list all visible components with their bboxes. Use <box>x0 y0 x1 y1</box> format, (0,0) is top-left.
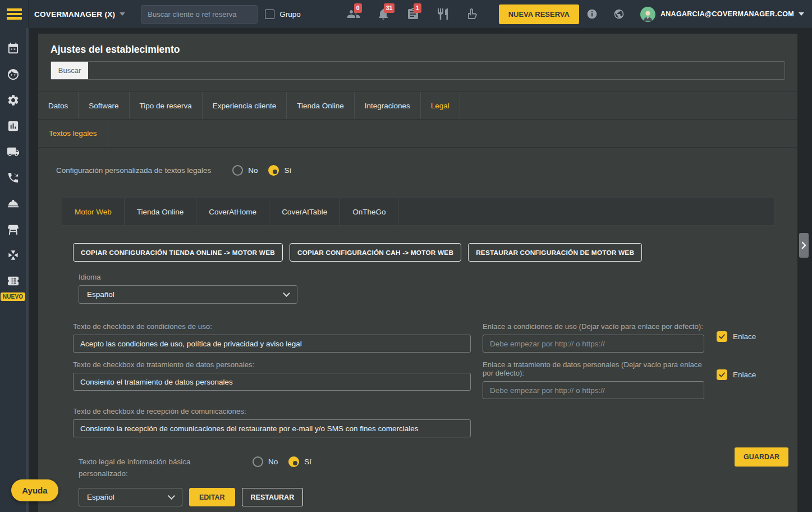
nuevo-badge: NUEVO <box>1 292 26 301</box>
conditions-text-input[interactable] <box>73 335 471 353</box>
client-search-input[interactable] <box>141 5 258 24</box>
checkbox-checked-icon[interactable] <box>717 369 727 380</box>
basic-info-label: Texto legal de información básica person… <box>79 456 205 479</box>
table-icon <box>7 223 20 236</box>
idioma-block: Idioma Español <box>79 273 797 304</box>
checkbox-checked-icon[interactable] <box>717 331 727 342</box>
legal-subtabs: Textos legales <box>38 120 797 148</box>
info-button[interactable] <box>586 8 598 20</box>
communications-row: Texto de checkbox de recepción de comuni… <box>73 407 797 437</box>
conditions-enlace-checkbox-group[interactable]: Enlace <box>717 331 756 342</box>
personal-data-enlace-label: Enlace <box>733 371 756 379</box>
basic-info-language-value: Español <box>87 493 114 501</box>
editar-button[interactable]: EDITAR <box>189 488 235 506</box>
tab-datos[interactable]: Datos <box>38 92 79 119</box>
conditions-link-input[interactable] <box>483 335 704 353</box>
sidebar-item-calendar[interactable] <box>0 35 26 61</box>
user-account-menu[interactable]: ANAGARCIA@COVERMANAGER.COM <box>660 10 812 18</box>
tab-software[interactable]: Software <box>79 92 129 119</box>
nueva-reserva-button[interactable]: NUEVA RESERVA <box>499 4 579 24</box>
settings-search-input[interactable] <box>88 62 785 79</box>
sidebar-item-room-service[interactable] <box>0 190 26 216</box>
panel-collapse-toggle[interactable] <box>799 233 809 258</box>
top-navigation-bar: COVERMANAGER (X) Grupo 0 31 1 NUEVA RESE… <box>0 0 812 28</box>
radio-unselected-icon[interactable] <box>253 456 263 467</box>
restaurant-button[interactable] <box>436 7 449 21</box>
grupo-label: Grupo <box>279 10 301 19</box>
basic-info-controls: Español EDITAR RESTAURAR <box>79 488 797 506</box>
phone-icon <box>7 171 20 184</box>
sidebar-item-cross-selling[interactable] <box>0 242 26 268</box>
sidebar-item-callcenter[interactable] <box>0 164 26 190</box>
sidebar-item-customers[interactable] <box>0 61 26 87</box>
conditions-enlace-label: Enlace <box>733 332 756 341</box>
personal-data-text-input[interactable] <box>73 373 471 391</box>
copy-tienda-online-button[interactable]: COPIAR CONFIGURACIÓN TIENDA ONLINE -> MO… <box>73 243 283 262</box>
sidebar-item-tables[interactable] <box>0 216 26 242</box>
chevron-down-icon <box>168 492 175 500</box>
channel-tab-tienda-online[interactable]: Tienda Online <box>125 198 197 225</box>
brand-label: COVERMANAGER (X) <box>34 10 115 19</box>
basic-info-language-select[interactable]: Español <box>79 488 182 506</box>
channel-tab-coverathome[interactable]: CoverAtHome <box>196 198 269 225</box>
user-email: ANAGARCIA@COVERMANAGER.COM <box>660 10 794 18</box>
hand-icon <box>466 7 479 21</box>
channel-tab-onthego[interactable]: OnTheGo <box>340 198 398 225</box>
sidebar-item-settings[interactable] <box>0 87 26 113</box>
copy-config-actions: COPIAR CONFIGURACIÓN TIENDA ONLINE -> MO… <box>73 243 797 262</box>
restore-config-button[interactable]: RESTAURAR CONFIGURACIÓN DE MOTOR WEB <box>468 243 642 262</box>
grupo-checkbox[interactable] <box>265 10 274 19</box>
subtab-textos-legales[interactable]: Textos legales <box>38 120 108 147</box>
tab-tipo-de-reserva[interactable]: Tipo de reserva <box>130 92 203 119</box>
custom-config-radio-si[interactable]: Sí <box>268 165 291 176</box>
tab-experiencia-cliente[interactable]: Experiencia cliente <box>203 92 287 119</box>
user-avatar[interactable] <box>640 7 655 22</box>
cross-selling-icon <box>7 249 20 262</box>
notifications-button[interactable]: 31 <box>377 7 390 21</box>
left-sidebar: NUEVO <box>0 28 29 512</box>
basic-info-row: Texto legal de información básica person… <box>79 456 797 479</box>
idioma-select[interactable]: Español <box>79 285 297 304</box>
restaurar-button[interactable]: RESTAURAR <box>242 488 304 506</box>
guardar-button[interactable]: GUARDAR <box>735 447 788 467</box>
custom-config-label: Configuración personalizada de textos le… <box>56 166 211 175</box>
restaurant-icon <box>436 7 449 21</box>
grupo-checkbox-group[interactable]: Grupo <box>265 10 301 19</box>
sidebar-item-tickets[interactable] <box>0 268 26 294</box>
hand-gesture-button[interactable] <box>466 7 479 21</box>
radio-selected-icon[interactable] <box>288 456 299 467</box>
tab-legal[interactable]: Legal <box>421 92 460 119</box>
main-menu-button[interactable] <box>0 0 29 28</box>
chevron-down-icon <box>120 12 125 16</box>
copy-cah-button[interactable]: COPIAR CONFIGURACIÓN CAH -> MOTOR WEB <box>290 243 461 262</box>
basic-info-radio-si[interactable]: Sí <box>288 456 311 467</box>
tasks-button[interactable]: 1 <box>406 7 420 21</box>
calendar-icon <box>7 42 20 55</box>
tab-tienda-online[interactable]: Tienda Online <box>287 92 355 119</box>
sidebar-item-delivery[interactable] <box>0 139 26 164</box>
idioma-label: Idioma <box>79 273 797 281</box>
radio-selected-icon[interactable] <box>268 165 279 176</box>
delivery-truck-icon <box>7 145 20 158</box>
settings-search-group: Buscar <box>51 61 785 80</box>
custom-config-radio-no[interactable]: No <box>232 165 258 176</box>
basic-info-radios: No Sí <box>253 456 311 467</box>
radio-unselected-icon[interactable] <box>232 165 243 176</box>
personal-data-link-input[interactable] <box>483 381 704 399</box>
communications-text-input[interactable] <box>73 419 471 437</box>
ticket-icon <box>7 275 20 287</box>
custom-config-radios: No Sí <box>232 165 291 176</box>
personal-data-enlace-checkbox-group[interactable]: Enlace <box>717 369 756 380</box>
channel-tab-coverattable[interactable]: CoverAtTable <box>269 198 340 225</box>
restaurant-selector[interactable]: COVERMANAGER (X) <box>34 10 125 19</box>
ayuda-button[interactable]: Ayuda <box>11 479 58 501</box>
language-button[interactable] <box>613 8 625 20</box>
chevron-right-icon <box>801 241 807 249</box>
channel-tab-motor-web[interactable]: Motor Web <box>62 198 125 225</box>
settings-search-button[interactable]: Buscar <box>51 62 88 79</box>
tab-integraciones[interactable]: Integraciones <box>355 92 421 119</box>
sidebar-item-reports[interactable] <box>0 113 26 139</box>
tasks-badge: 1 <box>414 3 421 13</box>
guests-button[interactable]: 0 <box>347 7 360 21</box>
basic-info-radio-no[interactable]: No <box>253 456 278 467</box>
